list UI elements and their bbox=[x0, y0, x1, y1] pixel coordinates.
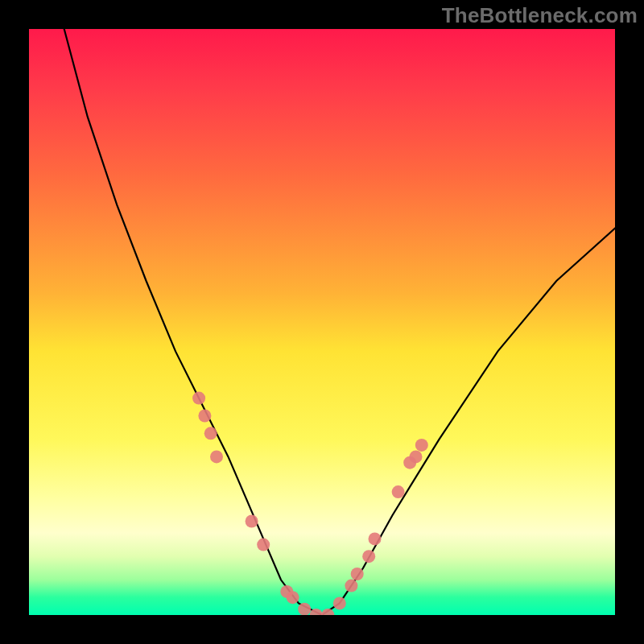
plot-area bbox=[29, 29, 615, 615]
data-marker bbox=[257, 539, 270, 551]
data-marker bbox=[298, 603, 311, 615]
curve-svg bbox=[29, 29, 615, 615]
data-marker bbox=[246, 515, 258, 528]
data-marker bbox=[333, 597, 346, 609]
data-marker bbox=[321, 609, 334, 615]
data-marker bbox=[192, 392, 205, 405]
data-marker bbox=[369, 532, 382, 545]
data-marker bbox=[410, 450, 423, 463]
data-markers bbox=[192, 392, 428, 615]
data-marker bbox=[345, 580, 357, 592]
data-marker bbox=[362, 550, 375, 563]
bottleneck-curve bbox=[64, 29, 615, 615]
data-marker bbox=[198, 410, 211, 423]
chart-container: TheBottleneck.com bbox=[0, 0, 644, 644]
data-marker bbox=[392, 485, 405, 498]
data-marker bbox=[415, 439, 428, 452]
data-marker bbox=[204, 427, 217, 440]
data-marker bbox=[287, 591, 299, 604]
watermark-text: TheBottleneck.com bbox=[442, 3, 638, 28]
data-marker bbox=[351, 568, 364, 580]
data-marker bbox=[210, 450, 223, 463]
